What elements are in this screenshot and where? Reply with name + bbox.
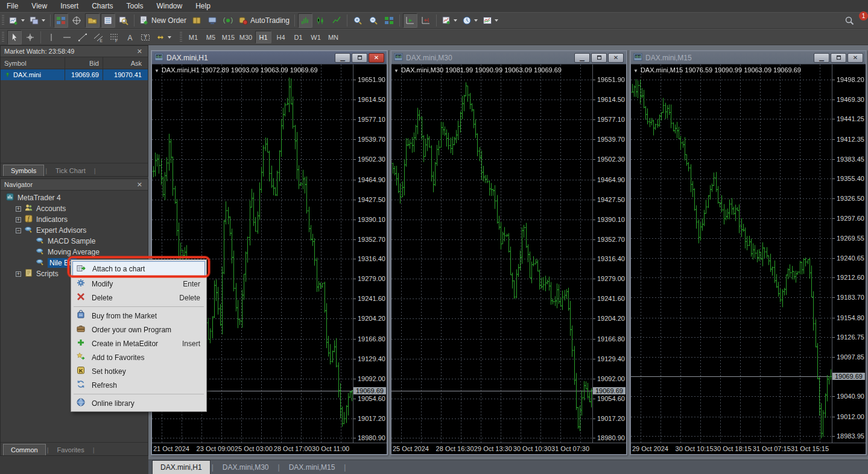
menu-view[interactable]: View <box>25 1 54 11</box>
price-scale[interactable]: 19651.9019614.5019577.1019539.7019502.30… <box>592 65 626 443</box>
candlestick-chart-button[interactable] <box>314 13 328 28</box>
expander-plus-icon[interactable]: + <box>16 271 21 277</box>
menu-help[interactable]: Help <box>189 1 217 11</box>
column-header-bid[interactable]: Bid <box>65 60 103 67</box>
close-button[interactable]: ✕ <box>847 53 863 63</box>
minimize-button[interactable]: ▁ <box>574 53 590 63</box>
tree-item-moving-average[interactable]: Moving Average <box>1 247 148 258</box>
navigator-tab-favorites[interactable]: Favorites <box>49 444 91 455</box>
templates-button[interactable] <box>481 13 500 28</box>
close-button[interactable]: ✕ <box>608 53 624 63</box>
periods-button[interactable] <box>460 13 480 28</box>
context-menu-item-buy-from-the-market[interactable]: Buy from the Market <box>72 309 205 323</box>
timeframe-mn[interactable]: MN <box>325 31 341 43</box>
toolbar-grip[interactable] <box>2 32 4 43</box>
close-icon[interactable]: ✕ <box>135 181 144 189</box>
channel-tool[interactable]: E <box>91 30 106 45</box>
publisher-button[interactable] <box>205 13 220 28</box>
data-window-button[interactable] <box>69 13 84 28</box>
chart-window-titlebar[interactable]: DAX.mini,M30▁✕ <box>391 51 626 64</box>
context-menu-item-delete[interactable]: DeleteDelete <box>72 291 205 305</box>
expander-plus-icon[interactable]: + <box>16 217 21 223</box>
market-watch-tab-symbols[interactable]: Symbols <box>3 165 44 176</box>
symbol-dropdown-icon[interactable]: ▼ <box>154 68 159 74</box>
menu-tools[interactable]: Tools <box>120 1 150 11</box>
crosshair-tool[interactable] <box>23 30 37 45</box>
time-axis[interactable]: 21 Oct 202423 Oct 09:0025 Oct 03:0028 Oc… <box>152 443 387 454</box>
timeframe-w1[interactable]: W1 <box>308 31 324 43</box>
search-button[interactable] <box>842 13 857 28</box>
timeframe-h4[interactable]: H4 <box>273 31 289 43</box>
fibonacci-tool[interactable]: F <box>107 30 121 45</box>
timeframe-m30[interactable]: M30 <box>238 31 254 43</box>
context-menu-item-modify[interactable]: ModifyEnter <box>72 277 205 291</box>
tile-windows-button[interactable] <box>382 13 396 28</box>
time-axis[interactable]: 25 Oct 202428 Oct 16:3029 Oct 13:3030 Oc… <box>391 443 626 454</box>
restore-button[interactable] <box>831 53 846 63</box>
timeframe-m5[interactable]: M5 <box>203 31 219 43</box>
timeframe-h1[interactable]: H1 <box>255 31 271 43</box>
menu-insert[interactable]: Insert <box>54 1 85 11</box>
menu-window[interactable]: Window <box>150 1 189 11</box>
context-menu-item-online-library[interactable]: Online library <box>72 396 205 410</box>
terminal-toggle[interactable] <box>101 13 115 28</box>
market-watch-tab-tick-chart[interactable]: Tick Chart <box>48 165 93 176</box>
symbol-row[interactable]: DAX.mini19069.6919070.41 <box>1 69 148 80</box>
tree-item-accounts[interactable]: +Accounts <box>1 203 148 214</box>
context-menu-item-attach-to-a-chart[interactable]: Attach to a chart <box>72 261 205 277</box>
column-header-ask[interactable]: Ask <box>103 60 145 67</box>
context-menu-item-order-your-own-program[interactable]: Order your own Program <box>72 323 205 337</box>
zoom-in-button[interactable] <box>350 13 365 28</box>
line-chart-button[interactable] <box>329 13 344 28</box>
new-chart-button[interactable] <box>7 13 27 28</box>
strategy-tester-button[interactable] <box>116 13 131 28</box>
navigator-toggle[interactable] <box>85 13 100 28</box>
new-order-button[interactable]: New Order <box>138 13 188 28</box>
chart-plot-area[interactable]: ▼DAX.mini,M30 19081.99 19090.99 19063.09… <box>391 65 592 443</box>
cursor-tool[interactable] <box>7 30 22 45</box>
chart-shift-toggle[interactable] <box>419 13 433 28</box>
symbol-dropdown-icon[interactable]: ▼ <box>633 68 638 74</box>
context-menu-item-refresh[interactable]: Refresh <box>72 378 205 392</box>
indicators-button[interactable] <box>440 13 459 28</box>
vertical-line-tool[interactable] <box>44 30 59 45</box>
text-label-tool[interactable]: T <box>138 30 153 45</box>
time-axis[interactable]: 29 Oct 202430 Oct 10:1530 Oct 18:1531 Oc… <box>631 443 866 454</box>
profiles-button[interactable] <box>28 13 47 28</box>
chart-window-titlebar[interactable]: DAX.mini,M15▁✕ <box>631 51 866 64</box>
chart-tab-dax-mini-h1[interactable]: DAX.mini,H1 <box>152 460 211 474</box>
navigator-tab-common[interactable]: Common <box>3 444 46 455</box>
auto-scroll-toggle[interactable] <box>403 13 417 28</box>
restore-button[interactable] <box>591 53 607 63</box>
expander-plus-icon[interactable]: + <box>16 206 21 212</box>
column-header-symbol[interactable]: Symbol <box>1 60 65 67</box>
arrows-tool[interactable] <box>154 30 173 45</box>
expander-minus-icon[interactable]: − <box>16 228 21 233</box>
menu-charts[interactable]: Charts <box>85 1 119 11</box>
text-tool[interactable]: A <box>122 30 137 45</box>
context-menu-item-add-to-favorites[interactable]: Add to Favorites <box>72 350 205 364</box>
close-button[interactable]: ✕ <box>369 53 384 63</box>
metaeditor-button[interactable] <box>189 13 204 28</box>
timeframe-m1[interactable]: M1 <box>185 31 201 43</box>
context-menu-item-set-hotkey[interactable]: KSet hotkey <box>72 364 205 378</box>
market-watch-toggle[interactable] <box>54 13 68 28</box>
bar-chart-button[interactable] <box>298 13 312 28</box>
autotrading-button[interactable]: AutoTrading <box>236 13 291 28</box>
minimize-button[interactable]: ▁ <box>335 53 350 63</box>
price-scale[interactable]: 19651.9019614.5019577.1019539.7019502.30… <box>353 65 387 443</box>
symbol-dropdown-icon[interactable]: ▼ <box>394 68 399 74</box>
timeframe-d1[interactable]: D1 <box>290 31 306 43</box>
close-icon[interactable]: ✕ <box>135 48 144 55</box>
tree-item-expert-advisors[interactable]: −Expert Advisors <box>1 225 148 236</box>
menu-file[interactable]: File <box>0 1 25 11</box>
minimize-button[interactable]: ▁ <box>814 53 829 63</box>
signals-button[interactable] <box>221 13 235 28</box>
timeframe-m15[interactable]: M15 <box>220 31 236 43</box>
chart-tab-dax-mini-m15[interactable]: DAX.mini,M15 <box>281 460 343 474</box>
tree-item-metatrader-4[interactable]: MetaTrader 4 <box>1 192 148 203</box>
toolbar-grip[interactable] <box>180 32 182 43</box>
zoom-out-button[interactable] <box>366 13 381 28</box>
horizontal-line-tool[interactable] <box>60 30 74 45</box>
context-menu-item-create-in-metaeditor[interactable]: Create in MetaEditorInsert <box>72 337 205 350</box>
